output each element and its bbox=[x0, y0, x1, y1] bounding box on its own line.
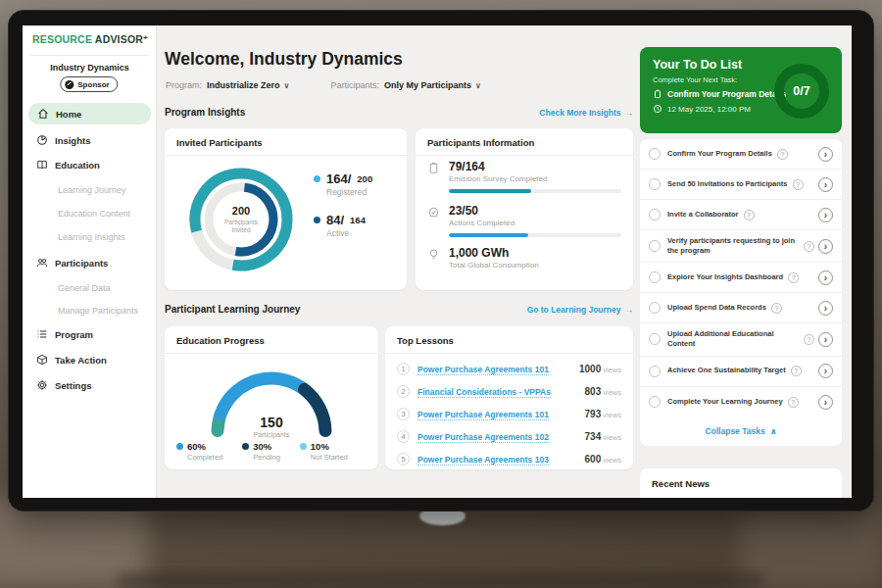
gauge-legend: 60% Completed 30% Pending 10% Not Starte… bbox=[176, 441, 348, 462]
sidebar-item-education-content[interactable]: Education Content bbox=[23, 203, 157, 224]
question-icon[interactable]: ? bbox=[791, 366, 802, 376]
checkbox-icon[interactable] bbox=[649, 271, 661, 283]
question-icon[interactable]: ? bbox=[744, 210, 755, 220]
lesson-link[interactable]: Power Purchase Agreements 101 bbox=[417, 365, 571, 374]
lesson-row: 4 Power Purchase Agreements 102 734views bbox=[397, 425, 621, 448]
sidebar-item-settings[interactable]: Settings bbox=[23, 374, 157, 396]
checkbox-icon[interactable] bbox=[649, 366, 661, 377]
sidebar-divider bbox=[30, 55, 149, 56]
stat-label: Total Global Consumption bbox=[449, 261, 621, 270]
chevron-right-icon[interactable]: › bbox=[818, 364, 833, 378]
sidebar-item-program[interactable]: Program bbox=[23, 323, 157, 345]
sidebar-item-general-data[interactable]: General Data bbox=[23, 277, 157, 299]
sidebar-item-home[interactable]: Home bbox=[28, 103, 151, 124]
checkbox-icon[interactable] bbox=[649, 178, 661, 190]
sidebar-item-manage-participants[interactable]: Manage Participants bbox=[23, 300, 157, 321]
program-insights-header: Program Insights Check More Insights→ bbox=[165, 107, 633, 118]
todo-header-card: Your To Do List Complete Your Next Task:… bbox=[640, 47, 842, 133]
participants-filter-label: Participants: bbox=[330, 80, 379, 90]
question-icon[interactable]: ? bbox=[804, 334, 814, 345]
chevron-right-icon[interactable]: › bbox=[818, 301, 833, 316]
education-progress-card: Education Progress 150 Participants 60% … bbox=[165, 326, 378, 469]
lesson-views: 600views bbox=[585, 454, 621, 465]
chevron-right-icon[interactable]: › bbox=[818, 239, 833, 254]
checkbox-icon[interactable] bbox=[649, 209, 661, 220]
logo-secondary: ADVISOR bbox=[95, 33, 143, 45]
sidebar-item-insights[interactable]: Insights bbox=[23, 129, 157, 151]
lesson-link[interactable]: Power Purchase Agreements 103 bbox=[417, 455, 577, 465]
sidebar-item-label: Learning Insights bbox=[58, 232, 125, 242]
legend-item-pending: 30% Pending bbox=[242, 441, 280, 462]
legend-item-not-started: 10% Not Started bbox=[300, 441, 348, 462]
task-row-send-invitations[interactable]: Send 50 Invitations to Participants ? › bbox=[640, 170, 842, 200]
invited-participants-card: Invited Participants 200 Participants In… bbox=[165, 128, 407, 290]
chevron-right-icon[interactable]: › bbox=[818, 177, 833, 192]
legend-item-completed: 60% Completed bbox=[176, 441, 222, 462]
program-filter-select[interactable]: Industrialize Zero bbox=[207, 80, 280, 90]
arrow-right-icon: → bbox=[625, 305, 634, 315]
sidebar-item-label: Insights bbox=[55, 135, 90, 146]
task-row-achieve-target[interactable]: Achieve One Sustainability Target ? › bbox=[640, 357, 842, 387]
lesson-views: 734views bbox=[585, 431, 621, 442]
card-title: Participants Information bbox=[416, 128, 633, 156]
views-label: views bbox=[603, 366, 621, 374]
collapse-tasks-link[interactable]: Collapse Tasks∧ bbox=[640, 417, 842, 446]
lesson-rank: 5 bbox=[397, 453, 410, 466]
logo-plus: + bbox=[143, 33, 148, 42]
checkbox-icon[interactable] bbox=[649, 333, 661, 345]
chevron-right-icon[interactable]: › bbox=[818, 147, 833, 162]
question-icon[interactable]: ? bbox=[793, 179, 804, 190]
completed-pct: 60% bbox=[187, 441, 206, 452]
chevron-right-icon[interactable]: › bbox=[818, 208, 833, 222]
lesson-views: 793views bbox=[585, 409, 621, 419]
lesson-link[interactable]: Power Purchase Agreements 101 bbox=[417, 410, 577, 419]
chevron-right-icon[interactable]: › bbox=[818, 395, 833, 410]
question-icon[interactable]: ? bbox=[788, 397, 799, 408]
sidebar-item-learning-insights[interactable]: Learning Insights bbox=[23, 226, 157, 248]
task-label: Verify participants requesting to join t… bbox=[667, 236, 799, 256]
participants-information-card: Participants Information 79/164 Emission… bbox=[416, 128, 633, 290]
actions-progress-bar bbox=[449, 233, 621, 237]
participants-filter-select[interactable]: Only My Participants bbox=[384, 80, 471, 90]
checkbox-icon[interactable] bbox=[649, 148, 661, 160]
chevron-right-icon[interactable]: › bbox=[818, 270, 833, 285]
sidebar-item-learning-journey[interactable]: Learning Journey bbox=[23, 179, 157, 201]
chevron-right-icon[interactable]: › bbox=[818, 332, 833, 347]
task-row-invite-collaborator[interactable]: Invite a Collaborator ? › bbox=[640, 200, 842, 230]
question-icon[interactable]: ? bbox=[771, 303, 782, 314]
collapse-label: Collapse Tasks bbox=[705, 426, 764, 436]
question-icon[interactable]: ? bbox=[788, 272, 799, 283]
sponsor-badge[interactable]: Sponsor bbox=[60, 76, 118, 92]
checkbox-icon[interactable] bbox=[649, 302, 661, 314]
go-to-learning-journey-link[interactable]: Go to Learning Journey→ bbox=[527, 305, 633, 315]
question-icon[interactable]: ? bbox=[804, 241, 814, 252]
task-row-explore-insights[interactable]: Explore Your Insights Dashboard ? › bbox=[640, 263, 842, 293]
lesson-link[interactable]: Power Purchase Agreements 102 bbox=[417, 432, 577, 442]
checkbox-icon[interactable] bbox=[649, 396, 661, 408]
lesson-rank: 2 bbox=[397, 385, 410, 398]
task-row-complete-learning-journey[interactable]: Complete Your Learning Journey ? › bbox=[640, 387, 842, 417]
task-row-upload-spend-data[interactable]: Upload Spend Data Records ? › bbox=[640, 293, 842, 323]
lesson-row: 5 Power Purchase Agreements 103 600views bbox=[397, 448, 621, 470]
checkbox-icon[interactable] bbox=[649, 240, 661, 252]
todo-due-date: 12 May 2025, 12:00 PM bbox=[667, 105, 751, 114]
donut-legend: 164/200 Registered 84/164 Active bbox=[314, 172, 372, 254]
pending-pct: 30% bbox=[253, 441, 271, 452]
task-row-verify-participants[interactable]: Verify participants requesting to join t… bbox=[640, 230, 842, 263]
check-more-insights-link[interactable]: Check More Insights→ bbox=[539, 108, 633, 118]
donut-center-label: Participants Invited bbox=[216, 219, 267, 235]
lesson-title: Power Purchase Agreements 101 bbox=[417, 410, 549, 420]
chevron-down-icon[interactable]: ∨ bbox=[475, 81, 481, 90]
pending-label: Pending bbox=[242, 453, 280, 462]
task-row-upload-educational-content[interactable]: Upload Additional Educational Content ? … bbox=[640, 323, 842, 356]
sidebar-item-take-action[interactable]: Take Action bbox=[23, 349, 157, 370]
chevron-down-icon[interactable]: ∨ bbox=[284, 81, 290, 90]
task-label: Explore Your Insights Dashboard bbox=[667, 272, 783, 282]
lesson-link[interactable]: Financial Considerations - VPPAs bbox=[417, 387, 577, 397]
sidebar-item-participants[interactable]: Participants bbox=[23, 252, 157, 273]
stat-emission-survey: 79/164 Emission Survey Completed bbox=[427, 160, 621, 193]
question-icon[interactable]: ? bbox=[777, 149, 788, 160]
sidebar-item-education[interactable]: Education bbox=[23, 154, 157, 175]
views-count: 793 bbox=[585, 409, 602, 419]
task-row-confirm-program[interactable]: Confirm Your Program Details ? › bbox=[640, 139, 842, 170]
